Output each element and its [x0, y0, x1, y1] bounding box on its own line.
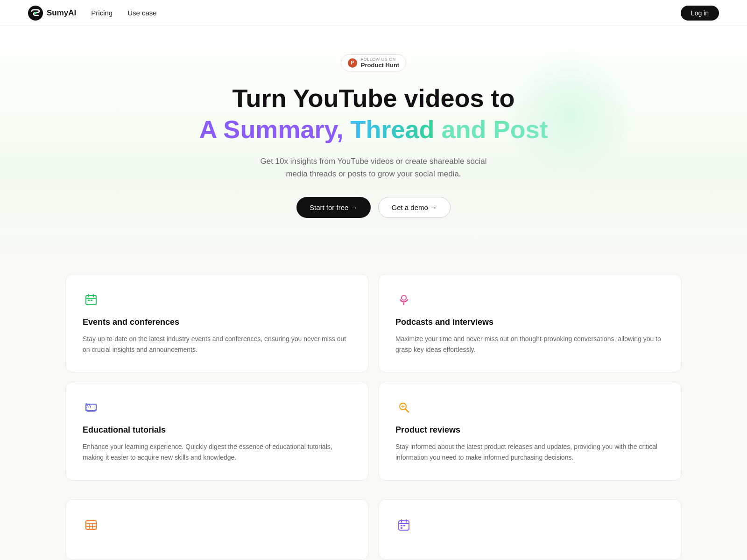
title-thread: Thread [351, 115, 435, 143]
bottom-card-calendar [378, 499, 682, 560]
feature-card-events: Events and conferences Stay up-to-date o… [65, 274, 369, 372]
feature-desc-tutorials: Enhance your learning experience. Quickl… [83, 441, 352, 463]
svg-rect-25 [401, 525, 402, 526]
hero-buttons: Start for free → Get a demo → [9, 197, 738, 218]
follow-on-label: FOLLOW US ON [361, 57, 399, 62]
get-demo-button[interactable]: Get a demo → [378, 197, 451, 218]
feature-card-tutorials: Educational tutorials Enhance your learn… [65, 382, 369, 480]
feature-title-events: Events and conferences [83, 317, 352, 327]
svg-rect-7 [91, 300, 92, 301]
hero-title-line2: A Summary, Thread and Post [9, 116, 738, 143]
login-button[interactable]: Log in [681, 6, 719, 21]
nav-left: SumyAI Pricing Use case [28, 6, 157, 21]
svg-rect-26 [403, 525, 405, 526]
feature-card-podcasts: Podcasts and interviews Maximize your ti… [378, 274, 682, 372]
podcast-icon [395, 291, 412, 308]
sumy-logo-icon [28, 6, 43, 21]
logo[interactable]: SumyAI [28, 6, 76, 21]
hero-title-line1: Turn YouTube videos to [9, 84, 738, 112]
product-hunt-badge[interactable]: P FOLLOW US ON Product Hunt [341, 54, 406, 71]
bottom-cards-grid [65, 499, 682, 560]
svg-rect-27 [401, 527, 402, 529]
title-and-word: and [442, 115, 486, 143]
calendar-icon [83, 291, 99, 308]
product-hunt-icon: P [348, 58, 357, 68]
navbar: SumyAI Pricing Use case Log in [0, 0, 747, 26]
title-summary: A Summary, [199, 115, 343, 143]
product-hunt-label: Product Hunt [361, 62, 399, 69]
feature-title-tutorials: Educational tutorials [83, 425, 352, 435]
svg-point-1 [35, 12, 37, 14]
calendar2-icon [395, 517, 412, 533]
title-post: Post [493, 115, 548, 143]
product-hunt-text: FOLLOW US ON Product Hunt [361, 57, 399, 69]
feature-desc-reviews: Stay informed about the latest product r… [395, 441, 664, 463]
svg-point-8 [402, 295, 406, 300]
feature-desc-podcasts: Maximize your time and never miss out on… [395, 334, 664, 355]
feature-card-reviews: Product reviews Stay informed about the … [378, 382, 682, 480]
svg-line-13 [406, 409, 409, 413]
hero-section: P FOLLOW US ON Product Hunt Turn YouTube… [0, 26, 747, 265]
feature-title-reviews: Product reviews [395, 425, 664, 435]
start-for-free-button[interactable]: Start for free → [296, 197, 371, 218]
green-blob [504, 49, 635, 180]
logo-text: SumyAI [47, 8, 76, 18]
features-grid: Events and conferences Stay up-to-date o… [65, 274, 682, 480]
svg-rect-6 [88, 300, 90, 301]
feature-desc-events: Stay up-to-date on the latest industry e… [83, 334, 352, 355]
cast-icon [83, 399, 99, 416]
bottom-card-table [65, 499, 369, 560]
hero-subtitle: Get 10x insights from YouTube videos or … [252, 155, 495, 180]
nav-pricing[interactable]: Pricing [91, 9, 113, 17]
table-icon [83, 517, 99, 533]
feature-title-podcasts: Podcasts and interviews [395, 317, 664, 327]
search-icon [395, 399, 412, 416]
features-bottom [0, 499, 747, 560]
svg-point-11 [85, 407, 87, 408]
features-section: Events and conferences Stay up-to-date o… [0, 265, 747, 499]
svg-rect-16 [86, 521, 96, 529]
nav-use-case[interactable]: Use case [127, 9, 157, 17]
